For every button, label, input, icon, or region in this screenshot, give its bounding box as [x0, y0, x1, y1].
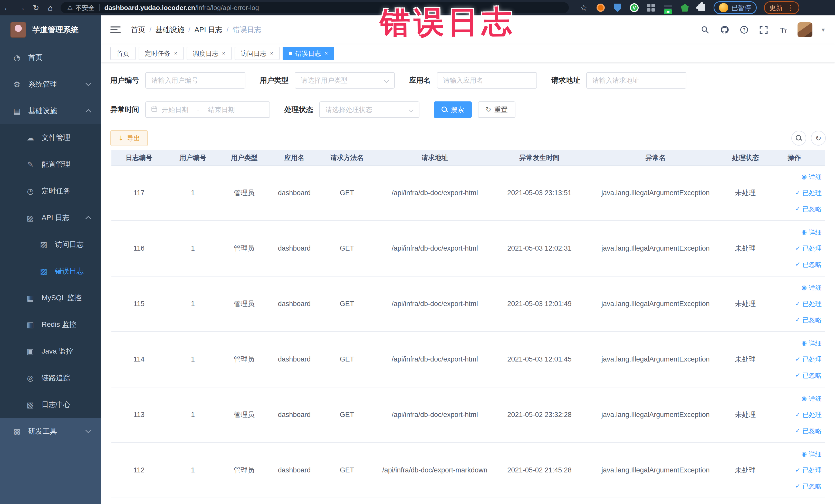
- sidebar-item-log-center[interactable]: ▧日志中心: [0, 391, 101, 418]
- extension-orange-icon[interactable]: [596, 3, 605, 12]
- access-log-icon: ▨: [38, 240, 49, 249]
- security-label[interactable]: 不安全: [76, 4, 95, 12]
- action-ignore-link[interactable]: ✓已忽略: [795, 316, 822, 324]
- breadcrumb-home[interactable]: 首页: [131, 25, 145, 35]
- user-type-select[interactable]: 请选择用户类型: [295, 72, 395, 88]
- breadcrumb-infrastructure[interactable]: 基础设施: [156, 25, 184, 35]
- sidebar-item-config-mgmt[interactable]: ✎配置管理: [0, 151, 101, 178]
- column-header: 用户类型: [219, 153, 269, 162]
- emoji-avatar: [719, 3, 728, 12]
- breadcrumb-api-log[interactable]: API 日志: [195, 25, 223, 35]
- action-process-link[interactable]: ✓已处理: [795, 410, 822, 419]
- sidebar-item-label: 首页: [28, 53, 43, 62]
- sidebar-item-system-mgmt[interactable]: ⚙系统管理: [0, 71, 101, 98]
- action-detail-link[interactable]: ◉详细: [801, 173, 822, 181]
- action-detail-link[interactable]: ◉详细: [801, 284, 822, 292]
- action-detail-link[interactable]: ◉详细: [801, 339, 822, 348]
- app-logo-row[interactable]: 芋道管理系统: [0, 15, 101, 44]
- chrome-update-button[interactable]: 更新 ⋮: [764, 1, 799, 14]
- sidebar-item-access-log[interactable]: ▨访问日志: [0, 231, 101, 258]
- action-detail-link[interactable]: ◉详细: [801, 228, 822, 237]
- collapse-sidebar-icon[interactable]: [110, 25, 121, 35]
- action-ignore-link[interactable]: ✓已忽略: [795, 427, 822, 435]
- action-ignore-link[interactable]: ✓已忽略: [795, 482, 822, 491]
- sidebar-item-infrastructure[interactable]: ▤基础设施: [0, 98, 101, 124]
- action-process-link[interactable]: ✓已处理: [795, 355, 822, 364]
- profile-paused-button[interactable]: 已暂停: [714, 1, 757, 14]
- sidebar-item-dev-tools[interactable]: ▩研发工具: [0, 418, 101, 445]
- cell-user_id: 1: [167, 244, 219, 253]
- row-actions: ◉详细✓已处理✓已忽略: [763, 173, 825, 213]
- tab-access-log[interactable]: 访问日志 ×: [235, 47, 280, 60]
- request-url-input[interactable]: [586, 72, 686, 88]
- process-status-select[interactable]: 请选择处理状态: [319, 101, 420, 118]
- url-path: /infra/log/api-error-log: [195, 4, 259, 12]
- extensions-zone: ☆ V on: [579, 3, 707, 12]
- export-button[interactable]: ↓ 导出: [110, 130, 148, 146]
- address-bar[interactable]: ⚠ 不安全 dashboard.yudao.iocoder.cn /infra/…: [61, 2, 569, 13]
- sidebar-item-mysql-monitor[interactable]: ▦MySQL 监控: [0, 284, 101, 311]
- reset-button[interactable]: ↻ 重置: [478, 101, 515, 118]
- action-detail-link[interactable]: ◉详细: [801, 450, 822, 459]
- user-avatar[interactable]: [797, 22, 812, 37]
- exception-time-range-picker[interactable]: 开始日期 - 结束日期: [145, 101, 270, 118]
- github-icon[interactable]: [719, 25, 730, 35]
- timer-icon: ◷: [25, 187, 36, 196]
- toggle-search-button[interactable]: [791, 131, 806, 146]
- sidebar-item-home[interactable]: ◔首页: [0, 44, 101, 71]
- filter-label: 用户编号: [110, 76, 139, 85]
- help-icon[interactable]: ?: [739, 25, 749, 35]
- refresh-table-button[interactable]: ↻: [811, 131, 826, 146]
- bookmark-star-icon[interactable]: ☆: [579, 3, 588, 12]
- cell-status: 未处理: [728, 410, 763, 419]
- user-id-input[interactable]: [145, 72, 245, 88]
- sidebar-item-trace[interactable]: ◎链路追踪: [0, 365, 101, 391]
- action-process-link[interactable]: ✓已处理: [795, 189, 822, 197]
- tab-close-icon[interactable]: ×: [325, 50, 328, 57]
- action-label: 详细: [809, 395, 822, 403]
- tab-schedule-log[interactable]: 调度日志 ×: [187, 47, 231, 60]
- tab-error-log[interactable]: 错误日志 ×: [283, 47, 334, 60]
- tab-home[interactable]: 首页: [110, 47, 136, 60]
- row-actions: ◉详细✓已处理✓已忽略: [763, 284, 825, 324]
- extension-leaf-icon[interactable]: [680, 3, 690, 12]
- tab-close-icon[interactable]: ×: [222, 50, 225, 57]
- action-ignore-link[interactable]: ✓已忽略: [795, 260, 822, 269]
- browser-forward-icon[interactable]: →: [14, 3, 29, 12]
- check-icon: ✓: [795, 466, 800, 474]
- browser-home-icon[interactable]: ⌂: [43, 3, 58, 12]
- tab-close-icon[interactable]: ×: [270, 50, 273, 57]
- extension-shield-icon[interactable]: [613, 3, 622, 12]
- extension-grid-icon[interactable]: [646, 3, 656, 12]
- action-ignore-link[interactable]: ✓已忽略: [795, 205, 822, 213]
- fullscreen-icon[interactable]: [758, 25, 769, 35]
- action-process-link[interactable]: ✓已处理: [795, 300, 822, 308]
- browser-menu-icon[interactable]: ⋮: [787, 4, 794, 12]
- cell-status: 未处理: [728, 355, 763, 364]
- tab-scheduled-tasks[interactable]: 定时任务 ×: [139, 47, 184, 60]
- sidebar-item-file-mgmt[interactable]: ☁文件管理: [0, 124, 101, 151]
- extensions-puzzle-icon[interactable]: [697, 3, 707, 12]
- app-name-input[interactable]: [437, 72, 537, 88]
- sidebar-item-scheduled-tasks[interactable]: ◷定时任务: [0, 178, 101, 204]
- action-process-link[interactable]: ✓已处理: [795, 466, 822, 475]
- action-ignore-link[interactable]: ✓已忽略: [795, 371, 822, 380]
- sidebar-item-redis-monitor[interactable]: ▥Redis 监控: [0, 311, 101, 338]
- reset-button-label: 重置: [494, 105, 508, 114]
- search-icon[interactable]: [700, 25, 710, 35]
- font-size-icon[interactable]: TT: [778, 25, 788, 35]
- sidebar-item-java-monitor[interactable]: ▣Java 监控: [0, 338, 101, 365]
- action-process-link[interactable]: ✓已处理: [795, 244, 822, 253]
- search-button[interactable]: 搜索: [434, 101, 472, 118]
- tab-close-icon[interactable]: ×: [174, 50, 177, 57]
- action-label: 已处理: [802, 466, 822, 475]
- user-menu-caret-icon[interactable]: ▾: [822, 26, 825, 33]
- extension-green-v-icon[interactable]: V: [630, 3, 639, 12]
- sidebar-item-error-log[interactable]: ▨错误日志: [0, 258, 101, 284]
- extension-on-badge-icon[interactable]: on: [663, 3, 673, 12]
- action-detail-link[interactable]: ◉详细: [801, 395, 822, 403]
- browser-back-icon[interactable]: ←: [0, 3, 14, 12]
- browser-reload-icon[interactable]: ↻: [29, 3, 43, 12]
- cloud-upload-icon: ☁: [25, 133, 36, 142]
- sidebar-item-api-log[interactable]: ▨API 日志: [0, 204, 101, 231]
